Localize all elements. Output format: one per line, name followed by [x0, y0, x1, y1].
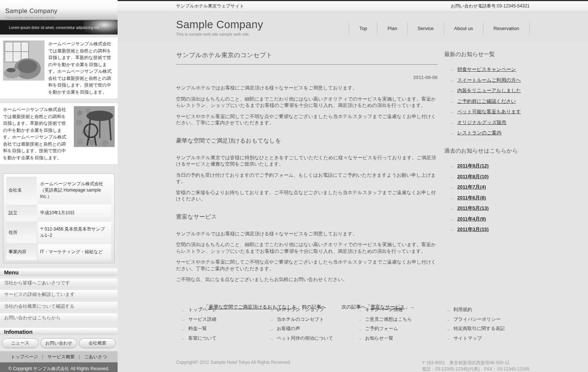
footer-address: 〒163-8001 東京都新宿区西新宿48-500-11 電話：03-12345… [422, 360, 530, 372]
archive-link[interactable]: 2011年7月(4) [457, 184, 486, 190]
news-link[interactable]: 内装をリニューアルしました [457, 87, 521, 94]
archive-link[interactable]: 2011年6月(8) [457, 195, 486, 201]
news-button[interactable]: ニュース [2, 338, 39, 348]
article-paragraph: サービスやホテル客室に関してご不明な点やご要望などございましたら当ホテルスタッフ… [176, 113, 438, 126]
arrow-icon: → [358, 308, 362, 312]
footer-link[interactable]: トップページ [188, 307, 217, 313]
arrow-icon: → [450, 185, 454, 189]
sidebar-menu-item-greeting[interactable]: 当社から皆様へごあいさつです [0, 278, 118, 287]
sidebar-menu-item-service[interactable]: サービスの詳細を解説しています [0, 290, 118, 299]
news-link[interactable]: 朝食サービスキャンペーン [457, 66, 516, 73]
contact-button[interactable]: お問い合わせ [40, 338, 77, 348]
arrow-icon: → [450, 78, 454, 82]
arrow-icon: → [358, 336, 362, 340]
footer-link[interactable]: お客様の声 [277, 326, 300, 332]
footer-address-line2: 電話：03-12345-12345(代表) FAX：03-12345-12345 [422, 366, 530, 372]
footer-link[interactable]: サイトマップ [453, 335, 482, 342]
header-logo[interactable]: Sample Company This is sample web site s… [176, 19, 263, 36]
list-item: →ご予約前にご確認ください [450, 98, 530, 105]
sidebar-logo[interactable]: Sample Company This is sample web site s… [0, 0, 118, 20]
footer-link[interactable]: 客室について [188, 335, 217, 342]
list-item: →内装をリニューアルしました [450, 87, 530, 94]
table-row: 事業内容 IT・マーケティング・福祉など [6, 244, 111, 260]
arrow-icon: → [450, 217, 454, 221]
site-name: サンプルホテル東京ウェブサイト [176, 3, 244, 9]
phone-number: お問い合わせ電話番号:03-12345-54321 [451, 3, 530, 9]
sidebar-menu-heading: Menu [0, 268, 118, 276]
sidebar-menu-item-contact[interactable]: お問い合わせはこちらから [0, 313, 118, 322]
footer-link[interactable]: ペット同伴の宿泊について [277, 335, 333, 342]
footer-column-4: →利用規約 →プライバシーポリシー →特定商取引に関する表記 →サイトマップ [441, 306, 529, 344]
arrow-icon: → [450, 110, 454, 114]
arrow-icon: → [450, 131, 454, 135]
sidebar-buttons: ニュース お問い合わせ 会社概要 [0, 335, 118, 351]
main-area: サンプルホテル東京ウェブサイト お問い合わせ電話番号:03-12345-5432… [118, 0, 588, 372]
page: Sample Company This is sample web site s… [0, 0, 588, 372]
footer-link[interactable]: キャンペーン情報 [365, 307, 403, 313]
section-heading-services: 豊富なサービス [176, 213, 438, 221]
article-paragraph: 空間の演出はもちろんのこと、細部にまでこだわり他にはない高いクオリティでのサービ… [176, 96, 438, 109]
article-paragraph: 皆様のご来場を心よりお待ちしております。ご不明な点などございましたら当ホテルスタ… [176, 189, 438, 202]
article-date: 2011-09-06 [176, 75, 438, 80]
footer-link[interactable]: プライバシーポリシー [453, 316, 500, 323]
footer-column-1: →トップページ →サービス詳細 →料金一覧 →客室について [176, 306, 265, 344]
nav-item-service[interactable]: Service [407, 22, 443, 35]
footer-link[interactable]: 当ホテルのコンセプト [277, 316, 324, 323]
footer-link[interactable]: お知らせ一覧 [365, 335, 393, 342]
sidebar-about-block-1: ホームページサンプル株式会社では最新技術と自然との調和を目指します。革新的な技術… [0, 37, 118, 98]
main-nav: Top Plan Service About us Reservation [349, 22, 529, 35]
article-paragraph: 空間の演出はもちろんのこと、細部にまでこだわり他にはない高いクオリティでのサービ… [176, 241, 438, 254]
sidebar-link-greeting[interactable]: ごあいさつ [84, 354, 107, 360]
nav-item-plan[interactable]: Plan [377, 22, 407, 35]
footer-link[interactable]: サービス詳細 [188, 316, 217, 323]
news-link[interactable]: レストランのご案内 [457, 130, 502, 136]
list-item: →朝食サービスキャンペーン [450, 66, 530, 73]
footer-link[interactable]: 特定商取引に関する表記 [453, 326, 505, 332]
footer-column-3: →キャンペーン情報 →ご意見ご感想はこちら →ご予約フォーム →お知らせ一覧 [353, 306, 441, 344]
nav-item-about-us[interactable]: About us [444, 22, 483, 35]
arrow-icon: → [269, 336, 274, 340]
footer-link[interactable]: レストラン・ショップ [277, 307, 324, 313]
arrow-icon: → [181, 327, 185, 331]
wicker-chair-photo [3, 40, 45, 81]
arrow-icon: → [358, 327, 362, 331]
archive-link[interactable]: 2011年9月(12) [457, 163, 489, 169]
table-row: 住所 〒012-3456 見本県見本市サンプル1−2 [6, 222, 111, 243]
sidebar-about-block-2: ホームページサンプル株式会社では最新技術と自然との調和を目指します。革新的な技術… [0, 103, 118, 164]
sidebar-link-service[interactable]: サービス概要 [47, 354, 75, 360]
nav-item-reservation[interactable]: Reservation [483, 22, 529, 35]
footer-link[interactable]: ご予約フォーム [365, 326, 398, 332]
news-link[interactable]: ご予約前にご確認ください [457, 98, 516, 105]
news-link[interactable]: オリジナルグッズ販売 [457, 119, 506, 126]
list-item: →2011年4月(9) [450, 216, 530, 222]
arrow-icon: → [446, 327, 450, 331]
footer-link[interactable]: 料金一覧 [188, 326, 207, 332]
separator: ｜ [77, 354, 82, 360]
article-paragraph: ご不明な点、気になる点などございましたらお気軽にお問い合わせください。 [176, 276, 438, 283]
article-paragraph: サービスやホテル客室に関してご不明な点やご要望などございましたら当ホテルスタッフ… [176, 259, 438, 272]
footer-nav: →トップページ →サービス詳細 →料金一覧 →客室について →レストラン・ショッ… [176, 306, 530, 344]
archive-link[interactable]: 2011年3月(15) [457, 226, 489, 233]
news-link[interactable]: スイートルームご利用の方へ [457, 77, 521, 84]
archive-link[interactable]: 2011年4月(9) [457, 216, 486, 222]
footer-address-line1: 〒163-8001 東京都新宿区西新宿48-500-11 [422, 360, 530, 366]
arrow-icon: → [450, 174, 454, 179]
news-link[interactable]: ペット可能な客室もあります [457, 108, 521, 115]
sidebar-link-top[interactable]: トップページ [11, 354, 38, 360]
archive-link[interactable]: 2011年8月(10) [457, 173, 489, 180]
list-item: →ペット可能な客室もあります [450, 108, 530, 115]
article-paragraph: サンプルホテルではお客様にご満足頂ける様々なサービスをご用意しております。 [176, 85, 438, 91]
sidebar-menu-item-company[interactable]: 当社の会社概要について確認する [0, 302, 118, 311]
footer-link[interactable]: 利用規約 [453, 307, 472, 313]
news-sidebar: 最新のお知らせ一覧 →朝食サービスキャンペーン →スイートルームご利用の方へ →… [444, 51, 530, 298]
company-overview-button[interactable]: 会社概要 [79, 338, 116, 348]
list-item: →2011年7月(4) [450, 184, 530, 190]
list-item: →2011年5月(13) [450, 205, 530, 212]
arrow-icon: → [269, 327, 274, 331]
footer-link[interactable]: ご意見ご感想はこちら [365, 316, 412, 323]
article-paragraph: サンプルホテルではお客様にご満足頂ける様々なサービスをご用意しております。 [176, 231, 438, 237]
article: サンプルホテル東京のコンセプト 2011-09-06 サンプルホテルではお客様に… [176, 51, 438, 298]
nav-item-top[interactable]: Top [349, 22, 377, 35]
archive-link[interactable]: 2011年5月(13) [457, 205, 489, 212]
company-name-label: 会社名 [6, 177, 37, 204]
